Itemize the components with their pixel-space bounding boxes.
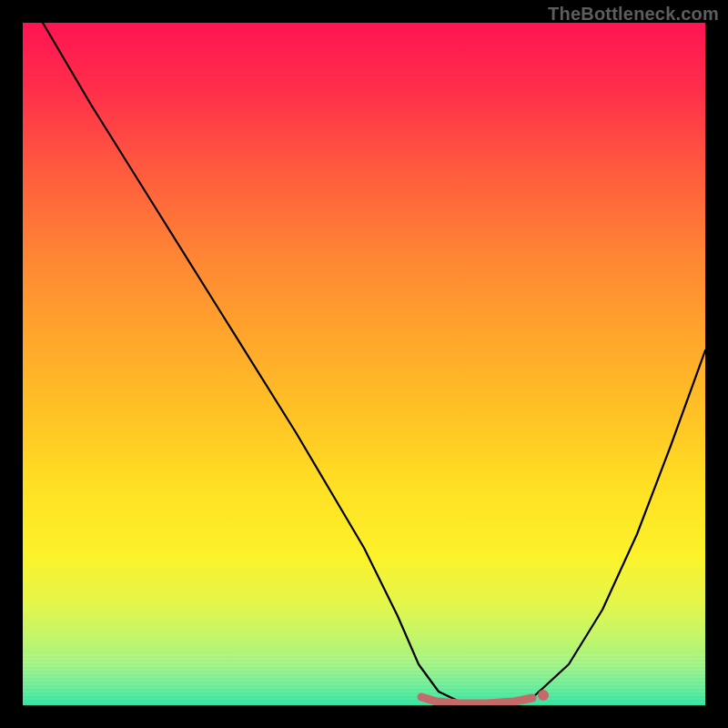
valley-end-dot <box>538 690 549 701</box>
watermark-label: TheBottleneck.com <box>548 4 719 25</box>
plot-area <box>23 23 705 705</box>
valley-highlight <box>421 697 532 703</box>
curve-svg <box>23 23 705 705</box>
chart-container: TheBottleneck.com <box>0 0 728 728</box>
bottleneck-curve <box>43 23 705 703</box>
